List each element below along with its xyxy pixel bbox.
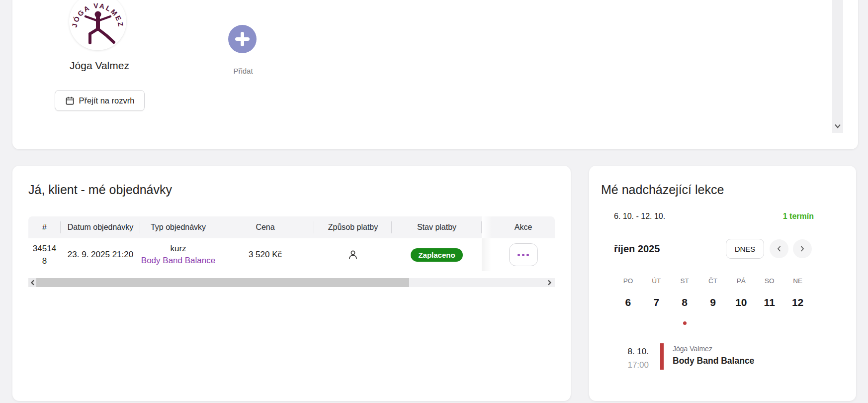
- go-to-schedule-label: Přejít na rozvrh: [79, 96, 135, 105]
- calendar-day[interactable]: 12: [783, 297, 812, 308]
- organization-card: JÓGA VALMEZ Jóga Valmez Přejít na rozvrh: [12, 0, 858, 149]
- today-button[interactable]: DNES: [726, 239, 764, 259]
- my-orders-card: Já, klient - mé objednávky # Datum objed…: [12, 166, 571, 401]
- event-day-dot: [683, 321, 687, 325]
- scroll-right-button[interactable]: [544, 278, 555, 287]
- table-row: 345148 23. 9. 2025 21:20 kurz Body Band …: [28, 238, 555, 271]
- weekday-label: NE: [783, 277, 812, 285]
- yoga-logo-icon: JÓGA VALMEZ: [69, 0, 126, 50]
- chevron-left-icon: [777, 245, 781, 252]
- event-accent-bar: [660, 343, 664, 370]
- calendar-icon: [65, 96, 75, 105]
- orders-table: # Datum objednávky Typ objednávky Cena Z…: [28, 216, 555, 287]
- weekday-label: PÁ: [727, 277, 755, 285]
- col-order-date: Datum objednávky: [61, 216, 140, 238]
- calendar-day[interactable]: 10: [727, 297, 755, 308]
- col-price: Cena: [216, 216, 314, 238]
- previous-week-button[interactable]: [770, 239, 788, 258]
- course-link[interactable]: Body Band Balance: [141, 255, 215, 267]
- row-actions-button[interactable]: [509, 243, 538, 266]
- calendar-day[interactable]: 9: [699, 297, 727, 308]
- col-payment-status: Stav platby: [392, 216, 482, 238]
- upcoming-lessons-card: Mé nadcházející lekce 6. 10. - 12. 10. 1…: [589, 166, 856, 401]
- dashboard-page: JÓGA VALMEZ Jóga Valmez Přejít na rozvrh: [0, 0, 868, 403]
- chevron-right-icon: [547, 280, 552, 286]
- person-icon: [347, 249, 359, 261]
- event-time: 17:00: [609, 358, 649, 372]
- calendar-day[interactable]: 8: [671, 297, 699, 308]
- date-row: 6 7 8 9 10 11 12: [614, 297, 812, 308]
- event-date: 8. 10.: [609, 345, 649, 358]
- chevron-down-icon: [833, 123, 842, 130]
- order-type: kurz: [141, 243, 215, 255]
- organization-logo[interactable]: JÓGA VALMEZ: [69, 0, 126, 50]
- weekday-header: PO ÚT ST ČT PÁ SO NE: [614, 277, 812, 285]
- order-id: 345148: [32, 242, 57, 267]
- go-to-schedule-button[interactable]: Přejít na rozvrh: [55, 90, 145, 111]
- scroll-left-button[interactable]: [28, 278, 36, 287]
- calendar-day[interactable]: 7: [642, 297, 671, 308]
- term-count-badge: 1 termín: [783, 212, 814, 221]
- ellipsis-icon: [518, 254, 520, 256]
- month-label: říjen 2025: [614, 238, 660, 260]
- week-range: 6. 10. - 12. 10.: [614, 212, 665, 221]
- next-week-button[interactable]: [793, 239, 812, 258]
- calendar-day[interactable]: 6: [614, 297, 642, 308]
- status-badge: Zaplaceno: [411, 248, 462, 262]
- order-price: 3 520 Kč: [216, 238, 314, 271]
- col-id: #: [28, 216, 61, 238]
- horizontal-scrollbar[interactable]: [28, 278, 555, 287]
- organization-name: Jóga Valmez: [25, 60, 174, 72]
- add-button[interactable]: [228, 25, 257, 53]
- lesson-list-item[interactable]: 8. 10. 17:00 Jóga Valmez Body Band Balan…: [589, 342, 856, 372]
- weekday-label: PO: [614, 277, 642, 285]
- weekday-label: SO: [755, 277, 783, 285]
- event-organizer: Jóga Valmez: [673, 344, 754, 354]
- add-label: Přidat: [213, 67, 273, 75]
- chevron-right-icon: [800, 245, 805, 252]
- orders-title: Já, klient - mé objednávky: [28, 183, 172, 197]
- weekday-label: ST: [671, 277, 699, 285]
- col-payment-method: Způsob platby: [314, 216, 392, 238]
- orders-table-header: # Datum objednávky Typ objednávky Cena Z…: [28, 216, 555, 238]
- weekday-label: ÚT: [642, 277, 671, 285]
- chevron-left-icon: [30, 280, 35, 286]
- weekday-label: ČT: [699, 277, 727, 285]
- calendar-day[interactable]: 11: [755, 297, 783, 308]
- order-date: 23. 9. 2025 21:20: [61, 238, 140, 271]
- vertical-scrollbar[interactable]: [832, 0, 843, 133]
- sticky-column-shadow: [482, 216, 492, 238]
- lessons-title: Mé nadcházející lekce: [601, 183, 724, 197]
- scrollbar-thumb[interactable]: [36, 278, 409, 287]
- col-actions: Akce: [492, 216, 555, 238]
- event-title: Body Band Balance: [673, 354, 754, 368]
- col-order-type: Typ objednávky: [140, 216, 216, 238]
